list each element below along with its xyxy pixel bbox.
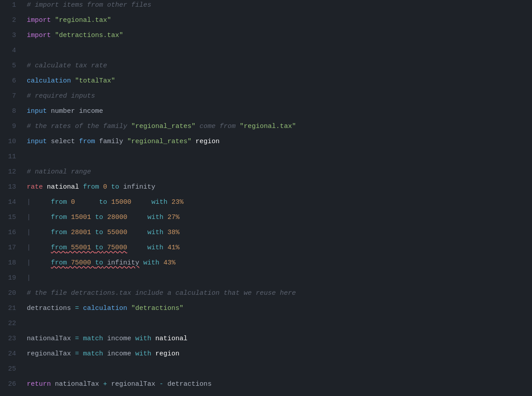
line-content[interactable]: rate national from 0 to infinity [23,183,532,192]
line-number: 6 [0,77,23,86]
code-editor: 1# import items from other files2import … [0,0,532,394]
code-line: 2import "regional.tax" [0,15,532,30]
code-line: 21detractions = calculation "detractions… [0,303,532,318]
line-content[interactable]: # calculate tax rate [23,62,532,70]
line-number: 19 [0,274,23,283]
code-line: 23nationalTax = match income with nation… [0,334,532,349]
line-content[interactable]: | from 15001 to 28000 with 27% [23,213,532,222]
line-content[interactable]: | from 75000 to infinity with 43% [23,259,532,268]
code-line: 25 [0,364,532,379]
line-content[interactable]: | [23,274,532,283]
code-line: 15| from 15001 to 28000 with 27% [0,212,532,227]
line-content[interactable]: | from 28001 to 55000 with 38% [23,228,532,237]
line-number: 1 [0,1,23,10]
line-number: 10 [0,137,23,146]
line-number: 11 [0,153,23,161]
line-content[interactable]: detractions = calculation "detractions" [23,304,532,313]
line-number: 12 [0,168,23,177]
line-content[interactable] [23,153,532,161]
code-line: 6calculation "totalTax" [0,76,532,91]
line-content[interactable]: | from 0 to 15000 with 23% [23,198,532,207]
code-line: 16| from 28001 to 55000 with 38% [0,227,532,243]
code-line: 24regionalTax = match income with region [0,349,532,364]
line-number: 5 [0,62,23,70]
line-number: 22 [0,319,23,328]
code-line: 12# national range [0,167,532,182]
line-content[interactable]: nationalTax = match income with national [23,334,532,343]
line-content[interactable]: input select from family "regional_rates… [23,137,532,146]
line-content[interactable]: # required inputs [23,92,532,101]
line-number: 24 [0,350,23,359]
code-line: 1# import items from other files [0,0,532,15]
code-line: 3import "detractions.tax" [0,30,532,45]
line-number: 8 [0,107,23,116]
code-line: 26return nationalTax + regionalTax - det… [0,379,532,394]
line-number: 3 [0,31,23,40]
code-line: 9# the rates of the family "regional_rat… [0,121,532,136]
line-content[interactable]: input number income [23,107,532,116]
code-line: 20# the file detractions.tax include a c… [0,288,532,303]
line-number: 26 [0,380,23,389]
line-number: 16 [0,228,23,237]
line-content[interactable] [23,365,532,374]
line-number: 9 [0,122,23,131]
line-number: 20 [0,289,23,298]
code-line: 18| from 75000 to infinity with 43% [0,258,532,273]
line-content[interactable]: return nationalTax + regionalTax - detra… [23,380,532,389]
line-content[interactable] [23,46,532,55]
code-line: 5# calculate tax rate [0,61,532,76]
line-number: 15 [0,213,23,222]
code-line: 10input select from family "regional_rat… [0,136,532,152]
line-number: 23 [0,334,23,343]
line-number: 18 [0,259,23,268]
line-content[interactable]: # the rates of the family "regional_rate… [23,122,532,131]
line-content[interactable]: import "regional.tax" [23,16,532,25]
line-number: 25 [0,365,23,374]
line-content[interactable]: calculation "totalTax" [23,77,532,86]
line-content[interactable]: import "detractions.tax" [23,31,532,40]
line-content[interactable]: regionalTax = match income with region [23,350,532,359]
code-line: 4 [0,45,532,61]
line-content[interactable]: | from 55001 to 75000 with 41% [23,243,532,252]
code-line: 22 [0,318,532,334]
line-content[interactable] [23,319,532,328]
line-content[interactable]: # the file detractions.tax include a cal… [23,289,532,298]
code-line: 19| [0,273,532,288]
line-number: 7 [0,92,23,101]
code-line: 17| from 55001 to 75000 with 41% [0,243,532,258]
line-number: 17 [0,243,23,252]
line-number: 4 [0,46,23,55]
line-number: 13 [0,183,23,192]
line-content[interactable]: # import items from other files [23,1,532,10]
line-number: 2 [0,16,23,25]
code-line: 11 [0,152,532,167]
line-content[interactable]: # national range [23,168,532,177]
line-number: 21 [0,304,23,313]
line-number: 14 [0,198,23,207]
code-line: 8input number income [0,106,532,121]
code-line: 13rate national from 0 to infinity [0,182,532,197]
code-line: 7# required inputs [0,91,532,106]
code-line: 14| from 0 to 15000 with 23% [0,197,532,212]
